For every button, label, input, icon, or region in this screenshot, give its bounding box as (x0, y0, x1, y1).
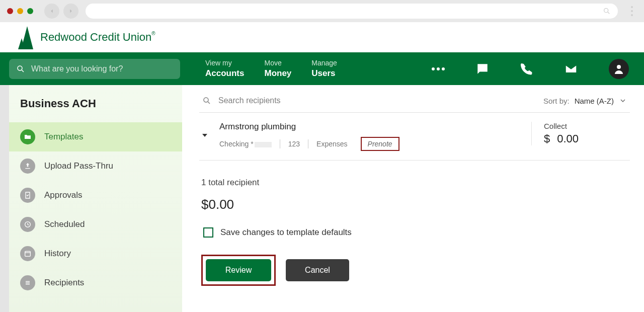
clock-icon (20, 217, 35, 232)
calendar-icon (20, 246, 35, 261)
prenote-flag: Prenote (361, 137, 399, 151)
address-bar[interactable] (86, 4, 618, 19)
review-highlight: Review (201, 255, 276, 286)
save-defaults-checkbox[interactable] (203, 227, 213, 238)
svg-point-11 (204, 98, 208, 102)
recipient-meta: Checking * 123 Expenses Prenote (219, 137, 531, 151)
account-type: Checking * (219, 140, 280, 148)
svg-line-3 (22, 70, 24, 72)
more-icon[interactable] (432, 67, 445, 70)
sidebar-item-label: Scheduled (44, 219, 85, 229)
sidebar-item-scheduled[interactable]: Scheduled (9, 210, 182, 239)
svg-line-1 (608, 12, 609, 14)
svg-point-2 (18, 66, 22, 70)
profile-button[interactable] (609, 59, 629, 79)
cancel-button[interactable]: Cancel (286, 259, 349, 281)
main-content: Search recipients Sort by: Name (A-Z) Ar… (182, 85, 644, 312)
expand-arrow-icon[interactable] (202, 134, 207, 137)
review-button[interactable]: Review (206, 259, 271, 281)
sidebar-item-label: Upload Pass-Thru (44, 161, 113, 171)
folder-icon (20, 129, 35, 144)
svg-point-4 (617, 65, 621, 69)
minimize-window[interactable] (17, 8, 23, 14)
sidebar-item-recipients[interactable]: Recipients (9, 268, 182, 297)
chat-icon[interactable] (476, 62, 489, 75)
site-header: Redwood Credit Union® (0, 22, 644, 52)
account-code: 123 (280, 140, 308, 148)
back-button[interactable] (44, 4, 59, 19)
upload-icon (20, 159, 35, 174)
recipient-row[interactable]: Armstrong plumbing Checking * 123 Expens… (199, 113, 630, 161)
list-icon (20, 275, 35, 290)
mail-icon[interactable] (565, 62, 578, 75)
sidebar-title: Business ACH (9, 90, 182, 122)
nav-actions (432, 59, 635, 79)
sidebar-item-history[interactable]: History (9, 239, 182, 268)
sidebar-item-upload[interactable]: Upload Pass-Thru (9, 151, 182, 181)
sidebar: Business ACH Templates Upload Pass-Thru … (0, 85, 182, 312)
chevron-right-icon (67, 8, 74, 15)
user-icon (613, 63, 625, 75)
close-window[interactable] (7, 8, 13, 14)
nav-users[interactable]: Manage Users (311, 59, 337, 79)
primary-nav: What are you looking for? View my Accoun… (0, 52, 644, 85)
nav-items: View my Accounts Move Money Manage Users (205, 59, 337, 79)
sidebar-item-label: Templates (44, 132, 83, 142)
browser-menu[interactable] (627, 6, 637, 16)
phone-icon[interactable] (520, 62, 533, 75)
sidebar-item-label: Recipients (44, 278, 84, 288)
collect-value: 0.00 (557, 132, 579, 145)
account-category: Expenses (308, 140, 355, 148)
browser-chrome (0, 0, 644, 22)
search-icon (202, 96, 211, 105)
total-amount: $0.00 (201, 197, 628, 212)
currency-symbol: $ (544, 132, 550, 145)
svg-line-12 (208, 102, 210, 104)
forward-button[interactable] (63, 4, 78, 19)
recipient-search-row: Search recipients Sort by: Name (A-Z) (199, 85, 630, 113)
chevron-left-icon (48, 8, 55, 15)
sidebar-item-approvals[interactable]: Approvals (9, 181, 182, 210)
total-count: 1 total recipient (201, 178, 628, 188)
sort-label: Sort by: (543, 97, 570, 105)
recipient-search-input[interactable]: Search recipients (218, 96, 543, 105)
search-icon (16, 64, 25, 73)
search-icon (603, 7, 611, 15)
recipient-name: Armstrong plumbing (219, 122, 531, 132)
svg-point-0 (604, 9, 608, 13)
nav-accounts[interactable]: View my Accounts (205, 59, 244, 79)
nav-money[interactable]: Move Money (264, 59, 291, 79)
check-icon (20, 188, 35, 203)
window-controls (7, 8, 33, 14)
recipient-amount: Collect $ 0.00 (531, 122, 627, 145)
sidebar-item-templates[interactable]: Templates (9, 122, 182, 151)
save-defaults-label: Save changes to template defaults (220, 227, 352, 238)
global-search-placeholder: What are you looking for? (31, 64, 123, 73)
logo-text: Redwood Credit Union® (40, 31, 155, 44)
collect-label: Collect (544, 122, 627, 130)
sidebar-item-label: History (44, 249, 71, 259)
svg-rect-6 (25, 251, 31, 256)
maximize-window[interactable] (27, 8, 33, 14)
logo-icon (18, 25, 35, 49)
chevron-down-icon[interactable] (619, 97, 627, 105)
sort-select[interactable]: Name (A-Z) (575, 97, 614, 105)
global-search[interactable]: What are you looking for? (9, 59, 180, 79)
sidebar-item-label: Approvals (44, 190, 83, 200)
